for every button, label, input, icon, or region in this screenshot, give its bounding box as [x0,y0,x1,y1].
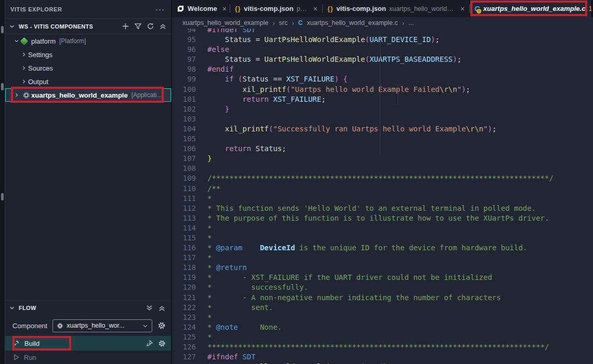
more-actions-icon[interactable]: ··· [155,7,165,12]
tab-vitis-comp-xuartps[interactable]: {} vitis-comp.json xuartps_hello_world_e… [323,0,470,17]
json-icon: {} [235,5,241,12]
line-number: 107 [172,154,196,164]
sidebar: VITIS EXPLORER ··· WS - VITIS COMPONENTS [5,0,172,364]
code-line: 102 } [172,104,593,114]
code-line: 98#endif [172,64,593,74]
code-line: 118* @return [172,263,593,273]
json-icon: {} [327,5,333,12]
code-text: return XST_FAILURE; [196,95,326,104]
warning-badge-icon: ! [477,9,481,14]
clean-brush-icon[interactable] [146,340,153,347]
tree-item-output[interactable]: Output [5,75,171,88]
vitis-ide-window: VITIS EXPLORER ··· WS - VITIS COMPONENTS [0,0,593,364]
code-text: } [196,104,229,114]
breadcrumb-item[interactable]: xuartps_hello_world_example [182,19,268,26]
add-component-icon[interactable] [122,22,129,30]
tree-item-desc: [Platform] [59,37,86,45]
chevron-right-icon[interactable] [20,65,28,71]
tab-vitis-comp-platform[interactable]: {} vitis-comp.json platform × [230,0,323,17]
chevron-right-icon[interactable] [12,92,21,98]
breadcrumb-item[interactable]: xuartps_hello_world_example.c [307,19,398,26]
tree-item-xuartps-app[interactable]: xuartps_hello_world_example [Applicati..… [5,88,171,102]
code-text: xil_printf("Successfully ran Uartps hell… [196,124,496,134]
line-number: 105 [172,134,196,144]
tree-item-settings[interactable]: Settings [5,48,171,61]
code-line: 105 [172,134,593,144]
flow-title: FLOW [19,305,143,311]
filter-icon[interactable] [134,22,142,30]
code-text: * [196,332,212,342]
refresh-icon[interactable] [147,22,154,30]
line-number: 125 [172,332,196,342]
ws-components-label: WS - VITIS COMPONENTS [19,23,120,30]
flow-header[interactable]: FLOW [5,301,171,315]
code-line: 103 [172,114,593,124]
line-number: 106 [172,144,196,154]
amd-logo-icon [177,5,185,12]
line-number: 114 [172,223,196,233]
tab-xuartps-source-file[interactable]: C! xuartps_hello_world_example.c 1 × [470,0,592,17]
tree-item-sources[interactable]: Sources [5,61,171,75]
line-number: 101 [172,95,196,104]
tab-welcome[interactable]: Welcome × [172,0,230,17]
chevron-right-icon[interactable] [20,78,28,85]
platform-diamond-icon [21,38,31,44]
close-icon[interactable]: × [458,5,465,13]
tree-item-platform[interactable]: platform [Platform] [5,34,171,48]
code-text: * successfully. [196,282,308,292]
build-label: Build [24,340,141,347]
line-number: 109 [172,173,196,183]
breadcrumb-item[interactable]: src [279,19,288,26]
component-label: Component [12,322,47,330]
code-line: 119* - XST_FAILURE if the UART driver co… [172,273,593,282]
chevron-right-icon[interactable] [20,51,28,58]
line-number: 110 [172,184,196,194]
sidebar-empty-area [5,102,171,300]
tab-label: vitis-comp.json [244,5,293,12]
hammer-icon [12,340,20,347]
code-text: /** [196,184,220,194]
code-text: * This function sends 'Hello World' to a… [196,204,536,213]
tab-label: vitis-comp.json [336,5,386,12]
code-text [196,164,207,173]
breadcrumb-item[interactable]: ... [408,19,414,26]
code-line: 116* @param DeviceId is the unique ID fo… [172,243,593,253]
expand-all-icon[interactable] [146,304,153,312]
flow-run-button[interactable]: Run [5,350,171,364]
chevron-separator-icon: › [402,19,404,27]
gear-icon[interactable] [158,340,166,347]
code-line: 120* successfully. [172,282,593,292]
code-line: 99 if (Status == XST_FAILURE) { [172,74,593,84]
flow-build-button[interactable]: Build [5,336,171,350]
code-editor[interactable]: 94#ifndef SDT95 Status = UartPsHelloWorl… [172,29,593,364]
component-dropdown[interactable]: xuartps_hello_wor... [52,319,152,332]
line-number: 103 [172,114,196,124]
line-number: 112 [172,204,196,213]
ws-components-section-header[interactable]: WS - VITIS COMPONENTS [5,19,171,34]
code-line: 126*************************************… [172,342,593,352]
code-text: return Status; [196,144,286,154]
close-icon[interactable]: × [311,5,318,13]
code-text: #endif [196,64,234,74]
collapse-all-icon[interactable] [159,22,167,30]
code-line: 121* - A non-negative number indicating … [172,293,593,303]
code-line: 127#ifndef SDT [172,352,593,362]
c-file-icon: C! [475,4,480,13]
gear-icon[interactable] [157,321,166,330]
code-text: if (Status == XST_FAILURE) { [196,74,348,84]
close-icon[interactable]: × [220,5,227,13]
line-number: 111 [172,194,196,204]
components-tree: platform [Platform] Settings Sources Ou [5,34,171,102]
problem-count-badge: 1 [588,5,592,12]
rail-mark [1,26,4,33]
chevron-down-icon[interactable] [12,38,21,44]
code-text: * sent. [196,303,273,313]
tab-label: Welcome [188,5,217,12]
code-line: 110/** [172,184,593,194]
code-line: 95 Status = UartPsHelloWorldExample(UART… [172,35,593,45]
code-text: * - A non-negative number indicating the… [196,293,501,303]
c-file-icon: C [298,19,303,26]
code-text [196,134,207,144]
code-text: ****************************************… [196,342,549,352]
collapse-all-icon[interactable] [158,304,166,312]
